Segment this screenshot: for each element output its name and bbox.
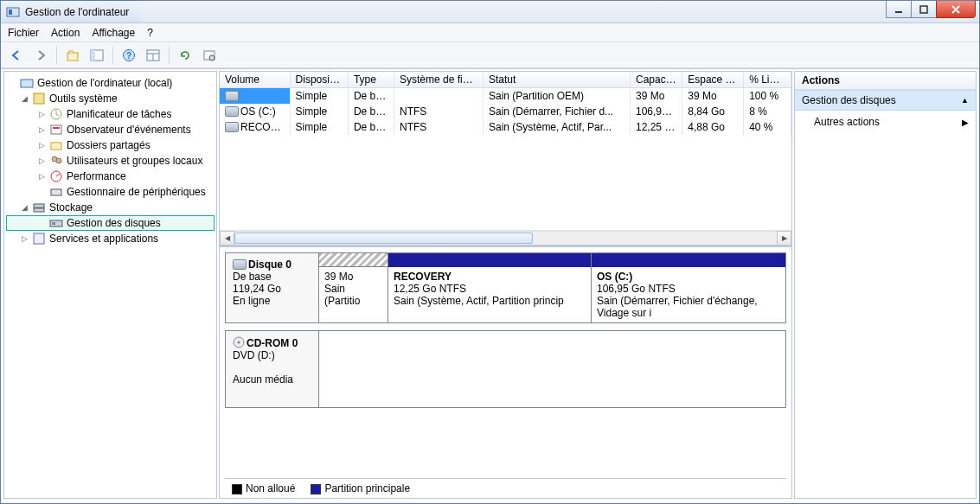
svg-point-21 — [56, 158, 61, 163]
partition-cap — [592, 253, 785, 267]
scroll-right-arrow[interactable]: ▶ — [777, 231, 791, 246]
volume-icon — [225, 91, 239, 101]
svg-rect-4 — [67, 53, 78, 61]
volume-row[interactable]: RECOVERY Simple De base NTFS Sain (Systè… — [220, 119, 791, 135]
svg-rect-19 — [51, 143, 61, 150]
disk-label: Disque 0 De base 119,24 Go En ligne — [226, 253, 319, 322]
horizontal-scrollbar[interactable]: ◀ ▶ — [220, 230, 791, 245]
toolbar: ? — [1, 42, 979, 68]
window-title: Gestion de l'ordinateur — [25, 6, 129, 18]
titlebar[interactable]: Gestion de l'ordinateur — [1, 1, 979, 23]
actions-header: Actions — [795, 72, 976, 90]
volume-icon — [225, 122, 239, 132]
volume-row[interactable]: Simple De base Sain (Partition OEM) 39 M… — [220, 88, 791, 104]
scroll-thumb[interactable] — [234, 233, 533, 244]
tree-task-scheduler[interactable]: ▷Planificateur de tâches — [6, 106, 215, 122]
svg-rect-23 — [51, 189, 61, 195]
partition-recovery[interactable]: RECOVERY 12,25 Go NTFS Sain (Système, Ac… — [388, 253, 592, 322]
refresh-button[interactable] — [175, 45, 195, 66]
collapse-icon: ▲ — [961, 96, 969, 105]
chevron-right-icon: ▶ — [962, 118, 969, 127]
col-fs[interactable]: Système de fichiers — [394, 72, 484, 87]
tree-local-users[interactable]: ▷Utilisateurs et groupes locaux — [6, 153, 215, 169]
svg-rect-25 — [34, 208, 44, 212]
scroll-left-arrow[interactable]: ◀ — [220, 231, 234, 246]
disk-diagram: Disque 0 De base 119,24 Go En ligne 39 M… — [220, 245, 791, 498]
svg-text:?: ? — [126, 51, 131, 61]
svg-rect-2 — [895, 11, 902, 13]
actions-selected[interactable]: Gestion des disques ▲ — [795, 90, 976, 111]
menu-action[interactable]: Action — [51, 27, 80, 39]
volume-row[interactable]: OS (C:) Simple De base NTFS Sain (Démarr… — [220, 104, 791, 119]
svg-rect-15 — [34, 93, 44, 104]
computer-management-window: Gestion de l'ordinateur Fichier Action A… — [0, 0, 980, 504]
app-icon — [6, 5, 20, 19]
volume-list[interactable]: Volume Disposition Type Système de fichi… — [220, 72, 791, 245]
col-pctfree[interactable]: % Libres — [744, 72, 791, 87]
svg-rect-1 — [9, 10, 12, 15]
settings-button[interactable] — [199, 45, 220, 66]
disk-icon — [233, 259, 247, 270]
tree-services-apps[interactable]: ▷Services et applications — [6, 231, 215, 246]
disk-label: CD-ROM 0 DVD (D:) Aucun média — [226, 331, 319, 407]
legend-swatch-primary — [311, 484, 321, 494]
cdrom-icon — [233, 336, 245, 348]
menu-help[interactable]: ? — [147, 27, 153, 39]
col-capacity[interactable]: Capacité — [631, 72, 682, 87]
background-blur — [139, 3, 974, 22]
volume-list-header[interactable]: Volume Disposition Type Système de fichi… — [220, 72, 791, 88]
svg-rect-6 — [91, 50, 95, 61]
tree-performance[interactable]: ▷Performance — [6, 169, 215, 184]
menu-view[interactable]: Affichage — [92, 27, 135, 39]
up-button[interactable] — [62, 45, 83, 66]
back-button[interactable] — [6, 45, 27, 66]
actions-pane: Actions Gestion des disques ▲ Autres act… — [794, 71, 977, 499]
minimize-button[interactable] — [886, 1, 912, 18]
properties-button[interactable] — [143, 45, 163, 66]
tree-event-viewer[interactable]: ▷Observateur d'événements — [6, 122, 215, 137]
partition-oem[interactable]: 39 Mo Sain (Partitio — [319, 253, 388, 322]
svg-rect-14 — [21, 80, 33, 87]
svg-rect-18 — [53, 127, 60, 129]
svg-rect-24 — [34, 204, 44, 207]
menu-file[interactable]: Fichier — [8, 27, 39, 39]
tree-system-tools[interactable]: ◢Outils système — [6, 91, 215, 106]
disk-row-cdrom[interactable]: CD-ROM 0 DVD (D:) Aucun média — [225, 330, 786, 408]
col-volume[interactable]: Volume — [220, 72, 291, 87]
actions-more[interactable]: Autres actions ▶ — [795, 111, 976, 133]
maximize-button[interactable] — [911, 1, 937, 18]
tree-root[interactable]: Gestion de l'ordinateur (local) — [6, 75, 215, 91]
tree-device-manager[interactable]: Gestionnaire de périphériques — [6, 184, 215, 200]
svg-rect-17 — [51, 125, 61, 134]
svg-point-13 — [209, 55, 215, 61]
svg-rect-3 — [920, 6, 927, 13]
forward-button[interactable] — [30, 45, 51, 66]
col-layout[interactable]: Disposition — [291, 72, 349, 87]
svg-rect-28 — [34, 233, 44, 244]
main-content: Volume Disposition Type Système de fichi… — [219, 71, 792, 499]
partition-cap — [319, 253, 388, 267]
disk-row-disk0[interactable]: Disque 0 De base 119,24 Go En ligne 39 M… — [225, 252, 786, 323]
close-button[interactable] — [936, 1, 976, 18]
navigation-tree[interactable]: Gestion de l'ordinateur (local) ◢Outils … — [3, 71, 217, 499]
col-free[interactable]: Espace libre — [682, 72, 744, 87]
volume-icon — [225, 106, 239, 117]
col-type[interactable]: Type — [349, 72, 394, 87]
show-hide-tree-button[interactable] — [86, 45, 107, 66]
tree-shared-folders[interactable]: ▷Dossiers partagés — [6, 137, 215, 153]
tree-storage[interactable]: ◢Stockage — [6, 200, 215, 215]
tree-disk-management[interactable]: Gestion des disques — [6, 215, 215, 231]
svg-point-30 — [238, 341, 240, 344]
partition-cap — [388, 253, 591, 267]
col-status[interactable]: Statut — [484, 72, 631, 87]
legend: Non alloué Partition principale — [225, 478, 786, 498]
menubar: Fichier Action Affichage ? — [1, 23, 979, 42]
svg-rect-27 — [52, 222, 55, 225]
legend-swatch-unallocated — [232, 484, 242, 494]
help-button[interactable]: ? — [118, 45, 139, 66]
partition-os[interactable]: OS (C:) 106,95 Go NTFS Sain (Démarrer, F… — [592, 253, 785, 322]
